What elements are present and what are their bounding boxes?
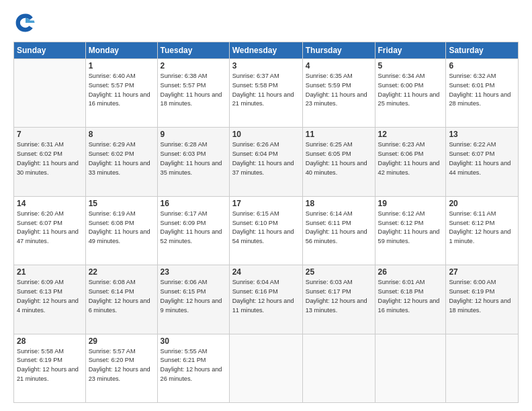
day-number: 16: [161, 199, 226, 208]
day-cell: 10Sunrise: 6:26 AMSunset: 6:04 PMDayligh…: [229, 128, 302, 196]
day-cell: 4Sunrise: 6:35 AMSunset: 5:59 PMDaylight…: [302, 59, 375, 128]
day-info: Sunrise: 6:12 AMSunset: 6:12 PMDaylight:…: [378, 210, 443, 246]
day-cell: 13Sunrise: 6:22 AMSunset: 6:07 PMDayligh…: [446, 128, 519, 196]
day-info: Sunrise: 6:29 AMSunset: 6:02 PMDaylight:…: [89, 140, 154, 177]
day-cell: 5Sunrise: 6:34 AMSunset: 6:00 PMDaylight…: [375, 59, 446, 128]
day-info: Sunrise: 6:34 AMSunset: 6:00 PMDaylight:…: [378, 72, 443, 109]
day-info: Sunrise: 6:32 AMSunset: 6:01 PMDaylight:…: [449, 72, 515, 109]
calendar-table: SundayMondayTuesdayWednesdayThursdayFrid…: [13, 42, 519, 403]
day-number: 26: [378, 267, 443, 277]
day-info: Sunrise: 6:17 AMSunset: 6:09 PMDaylight:…: [161, 210, 226, 246]
day-number: 24: [232, 267, 300, 277]
day-number: 6: [449, 61, 515, 71]
day-info: Sunrise: 6:04 AMSunset: 6:16 PMDaylight:…: [232, 278, 300, 315]
day-cell: 16Sunrise: 6:17 AMSunset: 6:09 PMDayligh…: [157, 196, 229, 265]
day-cell: 8Sunrise: 6:29 AMSunset: 6:02 PMDaylight…: [85, 128, 157, 196]
day-number: 9: [161, 130, 226, 139]
day-number: 15: [89, 199, 154, 208]
weekday-saturday: Saturday: [446, 42, 519, 59]
day-cell: 6Sunrise: 6:32 AMSunset: 6:01 PMDaylight…: [446, 59, 519, 128]
day-info: Sunrise: 6:11 AMSunset: 6:12 PMDaylight:…: [449, 210, 515, 246]
day-cell: [446, 334, 519, 402]
day-info: Sunrise: 6:15 AMSunset: 6:10 PMDaylight:…: [232, 210, 300, 246]
day-number: 30: [161, 336, 226, 346]
day-info: Sunrise: 6:03 AMSunset: 6:17 PMDaylight:…: [306, 278, 372, 315]
day-number: 3: [232, 61, 300, 71]
day-number: 23: [161, 267, 226, 277]
day-cell: 7Sunrise: 6:31 AMSunset: 6:02 PMDaylight…: [14, 128, 86, 196]
day-info: Sunrise: 6:19 AMSunset: 6:08 PMDaylight:…: [89, 210, 154, 246]
day-info: Sunrise: 6:20 AMSunset: 6:07 PMDaylight:…: [17, 210, 83, 246]
day-cell: 26Sunrise: 6:01 AMSunset: 6:18 PMDayligh…: [375, 265, 446, 334]
day-info: Sunrise: 6:28 AMSunset: 6:03 PMDaylight:…: [161, 140, 226, 177]
day-number: 19: [378, 199, 443, 208]
day-number: 11: [306, 130, 372, 139]
day-cell: 1Sunrise: 6:40 AMSunset: 5:57 PMDaylight…: [85, 59, 157, 128]
day-number: 22: [89, 267, 154, 277]
day-info: Sunrise: 5:57 AMSunset: 6:20 PMDaylight:…: [89, 347, 154, 384]
day-info: Sunrise: 6:22 AMSunset: 6:07 PMDaylight:…: [449, 140, 515, 177]
day-number: 27: [449, 267, 515, 277]
day-cell: 25Sunrise: 6:03 AMSunset: 6:17 PMDayligh…: [302, 265, 375, 334]
day-info: Sunrise: 5:58 AMSunset: 6:19 PMDaylight:…: [17, 347, 83, 384]
day-number: 5: [378, 61, 443, 71]
day-cell: 18Sunrise: 6:14 AMSunset: 6:11 PMDayligh…: [302, 196, 375, 265]
day-cell: 9Sunrise: 6:28 AMSunset: 6:03 PMDaylight…: [157, 128, 229, 196]
day-cell: 2Sunrise: 6:38 AMSunset: 5:57 PMDaylight…: [157, 59, 229, 128]
day-number: 13: [449, 130, 515, 139]
day-info: Sunrise: 6:06 AMSunset: 6:15 PMDaylight:…: [161, 278, 226, 315]
day-cell: 11Sunrise: 6:25 AMSunset: 6:05 PMDayligh…: [302, 128, 375, 196]
week-row-2: 14Sunrise: 6:20 AMSunset: 6:07 PMDayligh…: [14, 196, 519, 265]
day-cell: [375, 334, 446, 402]
header: [13, 11, 519, 35]
week-row-0: 1Sunrise: 6:40 AMSunset: 5:57 PMDaylight…: [14, 59, 519, 128]
day-cell: 29Sunrise: 5:57 AMSunset: 6:20 PMDayligh…: [85, 334, 157, 402]
day-info: Sunrise: 6:23 AMSunset: 6:06 PMDaylight:…: [378, 140, 443, 177]
day-cell: 17Sunrise: 6:15 AMSunset: 6:10 PMDayligh…: [229, 196, 302, 265]
day-number: 17: [232, 199, 300, 208]
day-info: Sunrise: 6:00 AMSunset: 6:19 PMDaylight:…: [449, 278, 515, 315]
weekday-friday: Friday: [375, 42, 446, 59]
logo: [13, 11, 40, 35]
day-number: 7: [17, 130, 83, 139]
day-number: 20: [449, 199, 515, 208]
day-cell: 27Sunrise: 6:00 AMSunset: 6:19 PMDayligh…: [446, 265, 519, 334]
day-cell: 22Sunrise: 6:08 AMSunset: 6:14 PMDayligh…: [85, 265, 157, 334]
day-number: 14: [17, 199, 83, 208]
weekday-header-row: SundayMondayTuesdayWednesdayThursdayFrid…: [14, 42, 519, 59]
day-info: Sunrise: 6:26 AMSunset: 6:04 PMDaylight:…: [232, 140, 300, 177]
week-row-3: 21Sunrise: 6:09 AMSunset: 6:13 PMDayligh…: [14, 265, 519, 334]
weekday-wednesday: Wednesday: [229, 42, 302, 59]
weekday-sunday: Sunday: [14, 42, 86, 59]
day-number: 21: [17, 267, 83, 277]
day-number: 2: [161, 61, 226, 71]
day-info: Sunrise: 5:55 AMSunset: 6:21 PMDaylight:…: [161, 347, 226, 384]
weekday-thursday: Thursday: [302, 42, 375, 59]
day-cell: 3Sunrise: 6:37 AMSunset: 5:58 PMDaylight…: [229, 59, 302, 128]
day-number: 25: [306, 267, 372, 277]
day-cell: 23Sunrise: 6:06 AMSunset: 6:15 PMDayligh…: [157, 265, 229, 334]
day-cell: 24Sunrise: 6:04 AMSunset: 6:16 PMDayligh…: [229, 265, 302, 334]
day-info: Sunrise: 6:09 AMSunset: 6:13 PMDaylight:…: [17, 278, 83, 315]
day-number: 4: [306, 61, 372, 71]
day-number: 18: [306, 199, 372, 208]
weekday-tuesday: Tuesday: [157, 42, 229, 59]
day-info: Sunrise: 6:08 AMSunset: 6:14 PMDaylight:…: [89, 278, 154, 315]
day-cell: 15Sunrise: 6:19 AMSunset: 6:08 PMDayligh…: [85, 196, 157, 265]
day-cell: 21Sunrise: 6:09 AMSunset: 6:13 PMDayligh…: [14, 265, 86, 334]
day-info: Sunrise: 6:31 AMSunset: 6:02 PMDaylight:…: [17, 140, 83, 177]
day-number: 1: [89, 61, 154, 71]
day-cell: [302, 334, 375, 402]
logo-icon: [13, 11, 38, 35]
day-info: Sunrise: 6:35 AMSunset: 5:59 PMDaylight:…: [306, 72, 372, 109]
weekday-monday: Monday: [85, 42, 157, 59]
day-cell: 14Sunrise: 6:20 AMSunset: 6:07 PMDayligh…: [14, 196, 86, 265]
day-number: 28: [17, 336, 83, 346]
day-cell: 28Sunrise: 5:58 AMSunset: 6:19 PMDayligh…: [14, 334, 86, 402]
day-cell: 12Sunrise: 6:23 AMSunset: 6:06 PMDayligh…: [375, 128, 446, 196]
week-row-1: 7Sunrise: 6:31 AMSunset: 6:02 PMDaylight…: [14, 128, 519, 196]
day-info: Sunrise: 6:40 AMSunset: 5:57 PMDaylight:…: [89, 72, 154, 109]
day-info: Sunrise: 6:25 AMSunset: 6:05 PMDaylight:…: [306, 140, 372, 177]
day-info: Sunrise: 6:01 AMSunset: 6:18 PMDaylight:…: [378, 278, 443, 315]
day-number: 10: [232, 130, 300, 139]
